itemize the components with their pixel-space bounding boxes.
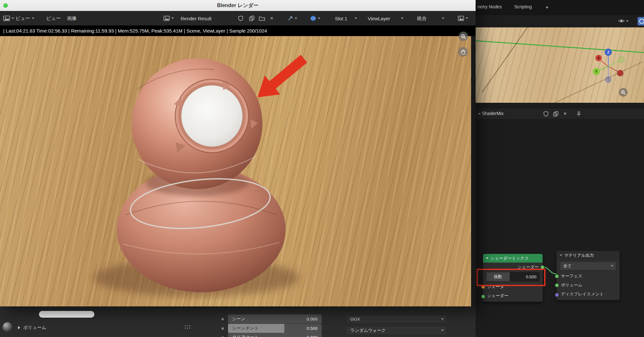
proportional-edit-icon <box>639 19 644 24</box>
tab-geometry-nodes[interactable]: netry Nodes <box>478 4 502 9</box>
shield-icon <box>238 15 243 21</box>
open-image-button[interactable] <box>259 16 265 21</box>
view-transform-button[interactable] <box>310 15 320 21</box>
add-workspace-button[interactable]: + <box>545 4 549 11</box>
fake-user-button[interactable] <box>238 15 243 21</box>
3d-viewport[interactable]: Z X Y <box>476 27 644 103</box>
slider-label: クリアコート <box>232 334 259 337</box>
shader-editor[interactable]: ShaderMix × <box>476 103 644 337</box>
drag-handle[interactable] <box>184 325 191 330</box>
image-editor-header: ビュー ビュー 画像 Render Result <box>0 11 476 26</box>
zoom-overlay-button[interactable] <box>459 32 468 41</box>
slider-value: 0.500 <box>307 326 317 331</box>
window-titlebar[interactable]: Blender レンダー <box>0 0 476 11</box>
decorator-dot[interactable] <box>222 327 224 330</box>
copy-icon <box>553 111 558 117</box>
editor-type-button[interactable] <box>3 15 14 21</box>
close-image-button[interactable]: × <box>270 16 273 21</box>
navigation-gizmo[interactable]: Z X Y <box>588 45 630 87</box>
image-icon <box>458 16 464 21</box>
menu-view[interactable]: ビュー <box>46 15 61 21</box>
new-image-button[interactable] <box>249 15 254 21</box>
render-pass-button[interactable] <box>288 15 297 21</box>
socket-label: ディスプレイスメント <box>561 291 604 297</box>
material-name[interactable]: ShaderMix <box>482 111 504 116</box>
chevron-down-icon <box>32 17 34 19</box>
tab-scripting[interactable]: Scripting <box>514 4 532 9</box>
view-mode-dropdown[interactable]: ビュー <box>15 15 34 21</box>
decorator-dot[interactable] <box>222 318 224 320</box>
render-pass-dropdown[interactable]: 統合 <box>417 15 444 21</box>
node-title: マテリアル出力 <box>564 253 594 258</box>
hand-icon <box>460 49 466 55</box>
annotation-arrow <box>258 55 307 97</box>
duplicate-material-button[interactable] <box>553 111 558 118</box>
image-name[interactable]: Render Result <box>181 15 212 21</box>
fake-user-button[interactable] <box>544 111 548 118</box>
slider-label: シーン <box>232 316 245 322</box>
eye-icon <box>618 19 625 23</box>
collapse-icon[interactable] <box>560 255 562 256</box>
dropdown-value: 全て <box>563 263 572 269</box>
slider-value: 0.000 <box>307 335 317 337</box>
zoom-plus-icon <box>461 34 466 39</box>
magnifier-icon <box>621 90 626 95</box>
window-title: Blender レンダー <box>0 2 476 9</box>
sheen-slider[interactable]: シーン 0.000 <box>228 314 322 323</box>
chevron-down-icon <box>626 20 629 22</box>
displacement-input-socket[interactable] <box>555 293 559 297</box>
chevron-down-icon <box>401 17 403 19</box>
volume-panel-header[interactable]: ボリューム <box>18 325 46 331</box>
svg-text:Z: Z <box>607 50 610 54</box>
clearcoat-slider[interactable]: クリアコート 0.000 <box>228 333 322 337</box>
gizmo-minus-x-axis[interactable] <box>617 70 623 76</box>
sss-method-dropdown[interactable]: ランダムウォーク <box>346 326 447 335</box>
gizmo-minus-z-axis[interactable] <box>605 77 611 82</box>
chevron-down-icon[interactable] <box>478 113 481 115</box>
image-icon <box>164 16 170 21</box>
node-title: シェーダーミックス <box>490 255 529 261</box>
shader-input-row-2: シェーダー <box>483 291 543 302</box>
render-stats-text: | Last:04:21.63 Time:02:56.33 | Remainin… <box>3 28 267 34</box>
surface-input-socket[interactable] <box>555 274 559 278</box>
pin-button[interactable] <box>576 111 581 118</box>
blender-desktop: netry Nodes Scripting + <box>0 0 644 337</box>
active-tool-button[interactable] <box>638 17 644 25</box>
view-layer-dropdown[interactable]: ViewLayer <box>368 15 403 21</box>
render-status-bar: | Last:04:21.63 Time:02:56.33 | Remainin… <box>0 25 476 36</box>
folder-icon <box>259 16 265 21</box>
dropdown-value: Slot 1 <box>335 15 347 21</box>
copy-icon <box>249 15 254 21</box>
chevron-down-icon <box>466 17 468 19</box>
displacement-input-row: ディスプレイスメント <box>557 290 620 300</box>
chevron-down-icon <box>295 17 297 19</box>
pan-overlay-button[interactable] <box>458 47 468 57</box>
shield-icon <box>544 111 548 117</box>
chevron-down-icon <box>318 17 320 19</box>
material-output-node[interactable]: マテリアル出力 全て サーフェス ボリューム ディスプレイスメント <box>556 251 620 300</box>
visibility-dropdown[interactable] <box>618 19 629 23</box>
pin-icon <box>576 111 581 117</box>
dropdown-value: ビュー <box>15 15 30 21</box>
slider-label: シーンチント <box>232 325 259 331</box>
gizmo-minus-y-axis[interactable] <box>619 57 624 63</box>
slot-dropdown[interactable]: Slot 1 <box>335 15 357 21</box>
mix-shader-node-header[interactable]: シェーダーミックス <box>483 254 543 263</box>
shader-input-socket-2[interactable] <box>481 294 485 299</box>
distribution-dropdown[interactable]: GGX <box>346 315 447 323</box>
collapse-icon[interactable] <box>486 257 488 259</box>
sheen-tint-slider[interactable]: シーンチント 0.500 <box>228 324 322 333</box>
output-target-dropdown[interactable]: 全て <box>560 262 616 270</box>
svg-text:X: X <box>598 56 600 60</box>
chevron-down-icon <box>12 17 14 19</box>
dropdown-value: ViewLayer <box>368 15 390 21</box>
scrollbar[interactable] <box>39 311 94 318</box>
image-pin-button[interactable] <box>458 16 468 21</box>
image-browse-button[interactable] <box>164 16 174 21</box>
chevron-down-icon <box>171 17 174 19</box>
unlink-material-button[interactable]: × <box>564 111 567 116</box>
volume-input-socket[interactable] <box>555 283 559 287</box>
material-output-node-header[interactable]: マテリアル出力 <box>557 251 620 260</box>
viewport-zoom-button[interactable] <box>619 88 628 97</box>
menu-image[interactable]: 画像 <box>67 15 77 21</box>
